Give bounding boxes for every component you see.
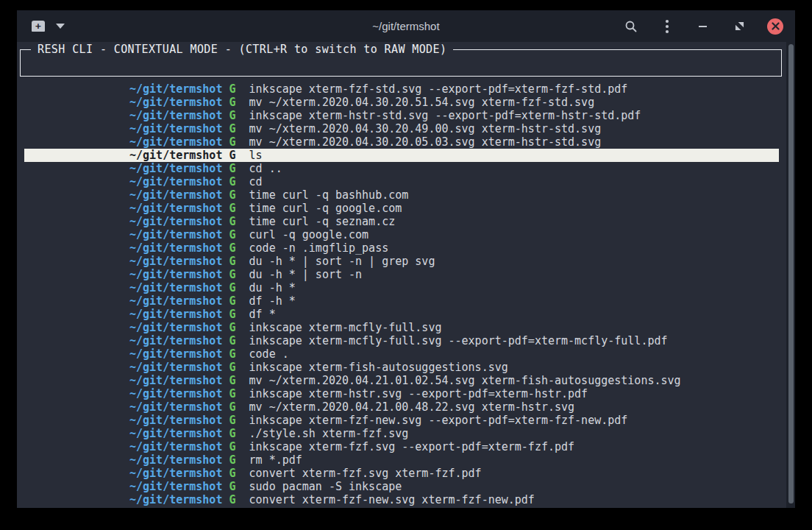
git-indicator: G (222, 294, 235, 308)
history-row[interactable]: ~/git/termshot G time curl -q google.com (24, 202, 779, 215)
history-row[interactable]: ~/git/termshot G mv ~/xterm.2020.04.30.2… (24, 96, 779, 109)
history-row[interactable]: ~/git/termshot G rm *.pdf (24, 453, 779, 467)
history-path: ~/git/termshot (129, 480, 222, 493)
history-command: ./style.sh xterm-fzf.svg (236, 427, 409, 440)
search-button[interactable] (623, 18, 639, 35)
git-indicator: G (222, 82, 235, 96)
history-path: ~/git/termshot (129, 334, 222, 347)
scrollbar-track[interactable] (786, 42, 795, 508)
terminal-screen[interactable]: RESH CLI - CONTEXTUAL MODE - (CTRL+R to … (17, 42, 795, 508)
minimize-button[interactable] (695, 18, 711, 35)
history-row[interactable]: ~/git/termshot G mv ~/xterm.2020.04.30.2… (24, 122, 779, 135)
history-row[interactable]: ~/git/termshot G inkscape xterm-fish-aut… (24, 361, 779, 374)
history-path: ~/git/termshot (129, 228, 222, 241)
history-command: inkscape xterm-fish-autosuggestions.svg (236, 361, 508, 374)
history-command: time curl -q google.com (236, 202, 402, 215)
history-command: rm *.pdf (236, 453, 302, 467)
history-command: df * (236, 308, 276, 321)
history-command: convert xterm-fzf-new.svg xterm-fzf-new.… (236, 493, 535, 506)
history-row[interactable]: ~/git/termshot G mv ~/xterm.2020.04.21.0… (24, 374, 779, 387)
history-command: convert xterm-fzf.svg xterm-fzf.pdf (236, 467, 482, 480)
history-command: time curl -q seznam.cz (236, 215, 396, 228)
history-path: ~/git/termshot (129, 493, 222, 506)
git-indicator: G (222, 414, 235, 427)
resh-search-input[interactable] (25, 57, 777, 71)
history-row[interactable]: ~/git/termshot G ./style.sh xterm-fzf.sv… (24, 427, 779, 440)
history-path: ~/git/termshot (129, 427, 222, 440)
git-indicator: G (222, 96, 235, 109)
git-indicator: G (222, 321, 235, 334)
history-path: ~/git/termshot (129, 175, 222, 188)
history-row[interactable]: ~/git/termshot G inkscape xterm-mcfly-fu… (24, 334, 779, 347)
git-indicator: G (222, 440, 235, 453)
git-indicator: G (222, 334, 235, 347)
git-indicator: G (222, 467, 235, 480)
history-row[interactable]: ~/git/termshot G inkscape xterm-fzf.svg … (24, 440, 779, 453)
tab-dropdown-button[interactable] (56, 24, 65, 29)
resh-header-label: RESH CLI - CONTEXTUAL MODE - (CTRL+R to … (31, 43, 453, 57)
menu-button[interactable] (659, 18, 675, 35)
history-command: inkscape xterm-mcfly-full.svg --export-p… (236, 334, 668, 347)
history-row[interactable]: ~/git/termshot G inkscape xterm-fzf-new.… (24, 414, 779, 427)
history-command: inkscape xterm-fzf.svg --export-pdf=xter… (236, 440, 575, 453)
history-row[interactable]: ~/git/termshot G mv ~/xterm.2020.04.21.0… (24, 400, 779, 414)
history-command: ls (236, 149, 263, 162)
history-row[interactable]: ~/git/termshot G convert xterm-fzf-new.s… (24, 493, 779, 506)
history-command: inkscape xterm-hstr-std.svg --export-pdf… (236, 109, 641, 122)
history-command: inkscape xterm-fzf-std.svg --export-pdf=… (236, 82, 628, 96)
history-path: ~/git/termshot (129, 162, 222, 175)
history-row[interactable]: ~/git/termshot G convert xterm-fzf.svg x… (24, 467, 779, 480)
close-button[interactable] (767, 18, 783, 35)
history-row[interactable]: ~/git/termshot G cd (24, 175, 779, 188)
history-command: mv ~/xterm.2020.04.21.00.48.22.svg xterm… (236, 400, 575, 414)
git-indicator: G (222, 149, 235, 162)
history-row[interactable]: ~/git/termshot G code . (24, 347, 779, 361)
git-indicator: G (222, 268, 235, 281)
history-row[interactable]: ~/git/termshot G inkscape xterm-fzf-std.… (24, 82, 779, 96)
history-command: cd .. (236, 162, 282, 175)
history-row[interactable]: ~/git/termshot G time curl -q bashhub.co… (24, 188, 779, 202)
history-command: du -h * | sort -n (236, 268, 363, 281)
history-row[interactable]: ~/git/termshot G df -h * (24, 294, 779, 308)
history-row[interactable]: ~/git/termshot G du -h * (24, 281, 779, 294)
history-command: inkscape xterm-hstr.svg --export-pdf=xte… (236, 387, 588, 400)
history-path: ~/git/termshot (129, 387, 222, 400)
history-path: ~/git/termshot (129, 255, 222, 268)
git-indicator: G (222, 361, 235, 374)
history-path: ~/git/termshot (129, 135, 222, 149)
restore-button[interactable] (731, 18, 747, 35)
git-indicator: G (222, 188, 235, 202)
history-row[interactable]: ~/git/termshot G curl -q google.com (24, 228, 779, 241)
scrollbar-thumb[interactable] (788, 44, 794, 504)
history-row[interactable]: ~/git/termshot G inkscape xterm-hstr-std… (24, 109, 779, 122)
history-row[interactable]: ~/git/termshot G cd .. (24, 162, 779, 175)
history-path: ~/git/termshot (129, 361, 222, 374)
history-row[interactable]: ~/git/termshot G sudo pacman -S inkscape (24, 480, 779, 493)
history-path: ~/git/termshot (129, 440, 222, 453)
history-list: ~/git/termshot G inkscape xterm-fzf-std.… (24, 82, 779, 506)
history-command: time curl -q bashhub.com (236, 188, 409, 202)
history-row[interactable]: ~/git/termshot G inkscape xterm-mcfly-fu… (24, 321, 779, 334)
history-row[interactable]: ~/git/termshot G du -h * | sort -n | gre… (24, 255, 779, 268)
history-command: mv ~/xterm.2020.04.30.20.05.03.svg xterm… (236, 135, 602, 149)
git-indicator: G (222, 387, 235, 400)
history-row[interactable]: ~/git/termshot G ls (24, 149, 779, 162)
history-command: mv ~/xterm.2020.04.30.20.51.54.svg xterm… (236, 96, 595, 109)
resh-header-box: RESH CLI - CONTEXTUAL MODE - (CTRL+R to … (20, 49, 782, 77)
history-row[interactable]: ~/git/termshot G inkscape xterm-hstr.svg… (24, 387, 779, 400)
terminal-window: + ~/git/termshot (17, 10, 795, 508)
history-row[interactable]: ~/git/termshot G df * (24, 308, 779, 321)
search-icon (624, 20, 638, 33)
history-row[interactable]: ~/git/termshot G mv ~/xterm.2020.04.30.2… (24, 135, 779, 149)
git-indicator: G (222, 493, 235, 506)
history-path: ~/git/termshot (129, 374, 222, 387)
restore-icon (735, 21, 744, 31)
git-indicator: G (222, 255, 235, 268)
history-row[interactable]: ~/git/termshot G du -h * | sort -n (24, 268, 779, 281)
history-path: ~/git/termshot (129, 294, 222, 308)
new-tab-button[interactable]: + (32, 21, 45, 32)
titlebar: + ~/git/termshot (17, 10, 795, 42)
history-command: sudo pacman -S inkscape (236, 480, 402, 493)
history-row[interactable]: ~/git/termshot G time curl -q seznam.cz (24, 215, 779, 228)
history-row[interactable]: ~/git/termshot G code -n .imgflip_pass (24, 241, 779, 255)
